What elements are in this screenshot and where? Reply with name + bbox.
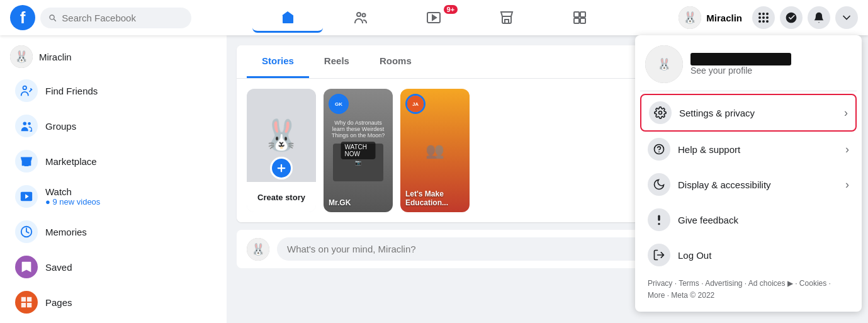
notifications-button[interactable] bbox=[808, 6, 830, 29]
story-edu-label: Let's Make Education... bbox=[405, 190, 465, 207]
dropdown-menu: 🐰 See your profile Settings & privacy › … bbox=[635, 35, 862, 312]
nav-friends-button[interactable] bbox=[325, 3, 396, 33]
search-bar[interactable] bbox=[40, 8, 191, 28]
facebook-logo[interactable]: f bbox=[10, 5, 35, 30]
sidebar-item-saved[interactable]: Saved bbox=[5, 249, 222, 285]
nav-watch-button[interactable]: 9+ bbox=[398, 3, 469, 33]
dropdown-profile-info: See your profile bbox=[690, 53, 791, 76]
log-out-label: Log Out bbox=[678, 250, 849, 261]
give-feedback-label: Give feedback bbox=[678, 215, 849, 225]
sidebar-item-watch[interactable]: Watch ● 9 new videos bbox=[5, 179, 222, 214]
settings-privacy-label: Settings & privacy bbox=[679, 108, 837, 118]
sidebar-pages-label: Pages bbox=[45, 297, 72, 308]
sidebar-saved-label: Saved bbox=[45, 262, 72, 273]
top-navigation: f 9+ 🐰 Miraclin bbox=[0, 0, 868, 35]
dropdown-settings-privacy[interactable]: Settings & privacy › bbox=[640, 94, 857, 132]
svg-point-16 bbox=[766, 20, 769, 23]
grid-icon bbox=[757, 11, 770, 24]
sidebar: 🐰 Miraclin Find Friends Groups Marketpla… bbox=[0, 35, 227, 323]
sidebar-marketplace-label: Marketplace bbox=[45, 156, 97, 167]
sidebar-user-profile[interactable]: 🐰 Miraclin bbox=[0, 40, 227, 73]
sidebar-item-pages[interactable]: Pages bbox=[5, 285, 222, 320]
story-gk-label: Mr.GK bbox=[329, 198, 388, 207]
find-friends-icon bbox=[15, 79, 38, 102]
dropdown-profile-row[interactable]: 🐰 See your profile bbox=[640, 40, 857, 88]
svg-rect-27 bbox=[658, 223, 660, 225]
pages-icon bbox=[15, 291, 38, 314]
tab-rooms[interactable]: Rooms bbox=[364, 45, 427, 78]
tab-stories[interactable]: Stories bbox=[247, 45, 309, 78]
svg-point-13 bbox=[766, 16, 769, 19]
dropdown-display-accessibility[interactable]: Display & accessibility › bbox=[640, 167, 857, 202]
marketplace-icon bbox=[499, 10, 514, 25]
chevron-down-icon bbox=[840, 11, 853, 24]
dropdown-footer: Privacy · Terms · Advertising · Ad choic… bbox=[640, 273, 857, 307]
memories-icon bbox=[15, 220, 38, 243]
dropdown-see-profile: See your profile bbox=[690, 65, 791, 76]
svg-point-19 bbox=[28, 122, 31, 125]
search-input[interactable] bbox=[62, 13, 184, 23]
help-chevron: › bbox=[845, 143, 849, 156]
friends-icon bbox=[353, 10, 368, 25]
logout-icon bbox=[648, 244, 670, 266]
groups-nav-icon bbox=[572, 10, 587, 25]
svg-rect-7 bbox=[580, 18, 585, 23]
messenger-icon bbox=[785, 11, 798, 24]
user-profile-pill[interactable]: 🐰 Miraclin bbox=[676, 4, 747, 31]
watch-label-group: Watch ● 9 new videos bbox=[45, 186, 100, 207]
story-card-education[interactable]: 👥 JA Let's Make Education... bbox=[400, 89, 470, 212]
nav-groups-button[interactable] bbox=[544, 3, 615, 33]
help-support-label: Help & support bbox=[678, 144, 838, 155]
sidebar-item-memories[interactable]: Memories bbox=[5, 214, 222, 249]
svg-point-14 bbox=[758, 20, 761, 23]
story-card-gk[interactable]: Why do Astronauts learn these Weirdest T… bbox=[324, 89, 393, 212]
svg-point-11 bbox=[758, 16, 761, 19]
sidebar-item-find-friends[interactable]: Find Friends bbox=[5, 73, 222, 108]
create-story-card[interactable]: 🐰 Create story bbox=[247, 89, 316, 212]
watch-sidebar-icon bbox=[15, 185, 38, 208]
svg-marker-3 bbox=[432, 15, 436, 20]
story-edu-avatar: JA bbox=[405, 94, 426, 114]
dropdown-give-feedback[interactable]: Give feedback bbox=[640, 202, 857, 237]
svg-rect-6 bbox=[574, 18, 579, 23]
nav-home-button[interactable] bbox=[252, 3, 323, 33]
svg-point-1 bbox=[363, 14, 366, 17]
nav-username: Miraclin bbox=[706, 13, 742, 23]
dropdown-divider-1 bbox=[640, 91, 857, 91]
grid-icon-button[interactable] bbox=[752, 6, 775, 29]
sidebar-item-marketplace[interactable]: Marketplace bbox=[5, 144, 222, 179]
svg-rect-26 bbox=[658, 215, 660, 221]
bell-icon bbox=[813, 11, 825, 24]
groups-icon bbox=[15, 115, 38, 137]
create-story-label-area: Create story bbox=[247, 182, 316, 212]
nav-center: 9+ bbox=[196, 3, 671, 33]
display-chevron: › bbox=[845, 178, 849, 191]
tab-reels[interactable]: Reels bbox=[309, 45, 364, 78]
sidebar-item-groups[interactable]: Groups bbox=[5, 108, 222, 144]
svg-point-8 bbox=[758, 13, 761, 15]
messenger-button[interactable] bbox=[780, 6, 803, 29]
sidebar-groups-label: Groups bbox=[45, 121, 76, 132]
svg-rect-5 bbox=[580, 12, 585, 17]
svg-point-24 bbox=[659, 111, 662, 115]
svg-point-18 bbox=[23, 122, 27, 126]
sidebar-watch-sublabel: ● 9 new videos bbox=[45, 197, 100, 207]
dropdown-arrow-button[interactable] bbox=[835, 6, 858, 29]
sidebar-avatar: 🐰 bbox=[10, 45, 33, 68]
svg-point-0 bbox=[357, 13, 361, 16]
home-icon bbox=[280, 9, 295, 25]
nav-marketplace-button[interactable] bbox=[471, 3, 542, 33]
dropdown-log-out[interactable]: Log Out bbox=[640, 237, 857, 273]
create-story-label: Create story bbox=[257, 193, 305, 202]
nav-right: 🐰 Miraclin bbox=[676, 4, 858, 31]
sidebar-username: Miraclin bbox=[39, 52, 72, 62]
svg-point-9 bbox=[762, 13, 765, 15]
sidebar-find-friends-label: Find Friends bbox=[45, 86, 98, 96]
create-story-plus bbox=[270, 157, 293, 179]
svg-point-17 bbox=[23, 86, 27, 90]
dropdown-help-support[interactable]: Help & support › bbox=[640, 132, 857, 167]
question-icon bbox=[648, 138, 670, 161]
exclamation-icon bbox=[648, 208, 670, 231]
search-icon bbox=[48, 13, 57, 23]
gear-icon bbox=[649, 101, 672, 124]
